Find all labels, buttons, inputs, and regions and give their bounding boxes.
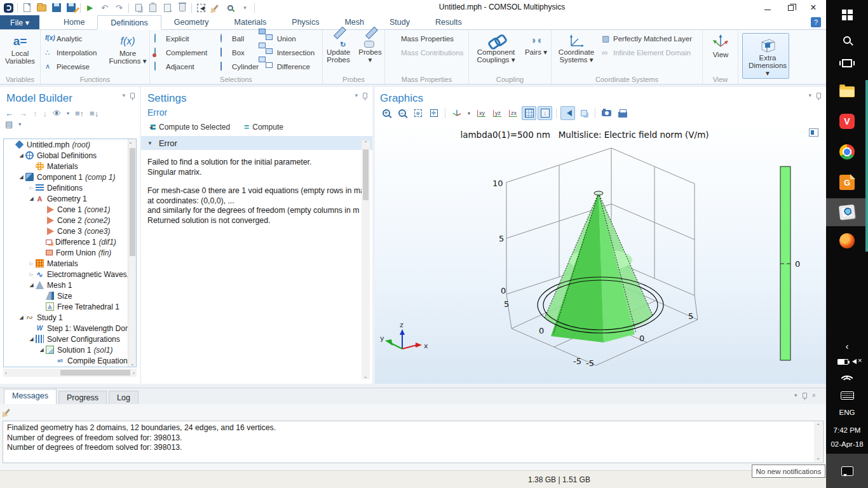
clear-messages-icon[interactable]: [4, 409, 10, 415]
tree-item-solution-1[interactable]: Solution 1(sol1): [4, 344, 136, 355]
view-xy-icon[interactable]: xy: [474, 106, 489, 120]
browser-orange-button[interactable]: [826, 229, 868, 253]
save-as-icon[interactable]: [65, 3, 76, 13]
copy-icon[interactable]: [133, 3, 144, 13]
messages-scrollbar[interactable]: ⌃⌄: [814, 422, 822, 462]
paste-icon[interactable]: [147, 3, 158, 13]
run-icon[interactable]: ▶: [85, 3, 95, 13]
panel-menu-icon[interactable]: ▾: [355, 92, 358, 98]
probes-button[interactable]: Probes ▾: [356, 32, 384, 75]
tree-item-component-1[interactable]: Component 1(comp 1): [4, 172, 136, 182]
union-button[interactable]: Union: [264, 32, 320, 46]
pairs-button[interactable]: ◗◖ Pairs ▾: [524, 32, 549, 75]
intersection-button[interactable]: Intersection: [264, 46, 320, 60]
difference-button[interactable]: Difference: [264, 60, 320, 74]
new-file-icon[interactable]: [22, 3, 32, 13]
restore-button[interactable]: [779, 0, 802, 15]
tab-messages[interactable]: Messages: [4, 389, 57, 404]
component-couplings-button[interactable]: Component Couplings ▾: [471, 32, 521, 75]
tree-item-root[interactable]: Untitled.mph(root): [4, 139, 136, 150]
tab-results[interactable]: Results: [423, 15, 475, 29]
tree-vertical-scrollbar[interactable]: ⌃⌄: [128, 139, 136, 367]
tab-definitions[interactable]: Definitions: [97, 15, 161, 30]
zoom-out-icon[interactable]: −: [395, 106, 409, 120]
toolbar-dropdown-icon[interactable]: ▾: [240, 3, 250, 13]
interpolation-button[interactable]: ∴Interpolation: [43, 46, 109, 60]
search-button[interactable]: [826, 30, 868, 50]
analytic-button[interactable]: f(x)Analytic: [43, 32, 109, 46]
transparency-icon[interactable]: [576, 106, 591, 120]
tab-progress[interactable]: Progress: [58, 391, 107, 404]
more-functions-button[interactable]: f(x) More Functions ▾: [109, 32, 147, 75]
panel-menu-icon[interactable]: ▾: [122, 92, 125, 98]
plot-area[interactable]: lambda0(1)=500 nm Multislice: Electric f…: [375, 125, 826, 384]
panel-menu-icon[interactable]: ▾: [808, 92, 811, 98]
tree-item-mesh-1[interactable]: Mesh 1: [4, 280, 136, 290]
show-icon[interactable]: 👁: [53, 109, 61, 118]
tab-physics[interactable]: Physics: [279, 15, 332, 29]
tab-materials[interactable]: Materials: [222, 15, 280, 29]
update-probes-button[interactable]: Update Probes: [323, 32, 354, 75]
tab-study[interactable]: Study: [377, 15, 423, 29]
close-button[interactable]: ×: [802, 0, 825, 15]
tree-item-form-union[interactable]: Form Union(fin): [4, 247, 136, 258]
perfectly-matched-layer-button[interactable]: ▨Perfectly Matched Layer: [600, 32, 694, 46]
axis-orientation-icon[interactable]: ↓: [538, 106, 552, 120]
expander-icon[interactable]: [27, 336, 36, 342]
zoom-extents-icon[interactable]: ✛: [426, 106, 441, 120]
minimize-button[interactable]: [756, 0, 779, 15]
collapse-all-icon[interactable]: ≡↓: [90, 109, 98, 118]
expander-icon[interactable]: [17, 315, 25, 320]
tab-file[interactable]: File ▾: [0, 15, 39, 29]
file-explorer-button[interactable]: [826, 80, 868, 103]
view-zx-icon[interactable]: zx: [506, 106, 520, 120]
cylinder-button[interactable]: Cylinder: [219, 60, 264, 74]
coordinate-systems-button[interactable]: Coordinate Systems ▾: [554, 32, 599, 75]
open-file-icon[interactable]: [36, 3, 47, 13]
expander-icon[interactable]: [37, 347, 46, 353]
plot-window-icon[interactable]: [809, 128, 818, 137]
grid-icon[interactable]: [522, 106, 536, 120]
settings-scrollbar[interactable]: ⌃ ⌄: [362, 140, 370, 379]
network-button[interactable]: [826, 371, 868, 385]
pin-icon[interactable]: [363, 93, 367, 98]
node-grouping-icon[interactable]: ▤: [5, 119, 13, 129]
tree-item-materials[interactable]: Materials: [4, 258, 136, 269]
vivaldi-button[interactable]: V: [826, 109, 868, 133]
scrollbar-thumb[interactable]: [60, 370, 130, 376]
tab-mesh[interactable]: Mesh: [332, 15, 377, 29]
pin-icon[interactable]: [130, 93, 135, 98]
tree-horizontal-scrollbar[interactable]: ‹›: [3, 369, 137, 377]
tree-item-cone-3[interactable]: Cone 3(cone3): [4, 226, 136, 236]
redo-icon[interactable]: ↷: [114, 3, 125, 13]
expand-all-icon[interactable]: ≡↑: [75, 109, 84, 118]
language-button[interactable]: ENG: [826, 407, 868, 418]
tree-item-step-1[interactable]: Step 1: Wavelength Domain: [4, 323, 136, 334]
local-variables-button[interactable]: a= Local Variables: [3, 32, 37, 65]
scroll-left-icon[interactable]: ‹: [5, 370, 7, 376]
tree-item-materials-global[interactable]: Materials: [4, 161, 136, 172]
expander-icon[interactable]: [17, 174, 25, 180]
compute-to-selected-button[interactable]: Compute to Selected: [147, 122, 230, 132]
clear-selection-icon[interactable]: [210, 3, 221, 13]
tab-geometry[interactable]: Geometry: [161, 15, 222, 29]
tree-item-cone-2[interactable]: Cone 2(cone2): [4, 215, 136, 226]
view-yz-icon[interactable]: yz: [490, 106, 505, 120]
forward-icon[interactable]: →: [19, 109, 27, 118]
tab-log[interactable]: Log: [109, 391, 139, 404]
tab-home[interactable]: Home: [51, 15, 97, 29]
view-button[interactable]: View: [705, 32, 736, 58]
scroll-right-icon[interactable]: ›: [133, 370, 135, 376]
hidden-icons-button[interactable]: ‹: [826, 339, 868, 352]
tree-item-compile-equations[interactable]: Compile Equations: [4, 355, 136, 366]
box-button[interactable]: Box: [219, 46, 264, 60]
tree-item-cone-1[interactable]: Cone 1(cone1): [4, 204, 136, 215]
extra-dimensions-button[interactable]: Extra Dimensions ▾: [742, 33, 789, 79]
move-down-icon[interactable]: ↓: [43, 109, 48, 118]
error-section-header[interactable]: ▼ Error: [141, 136, 372, 150]
select-box-icon[interactable]: [196, 3, 207, 13]
print-icon[interactable]: [615, 106, 630, 120]
tree-item-solver-configurations[interactable]: Solver Configurations: [4, 334, 136, 344]
scrollbar-thumb[interactable]: [363, 149, 369, 200]
tree-item-size[interactable]: Size: [4, 290, 136, 301]
